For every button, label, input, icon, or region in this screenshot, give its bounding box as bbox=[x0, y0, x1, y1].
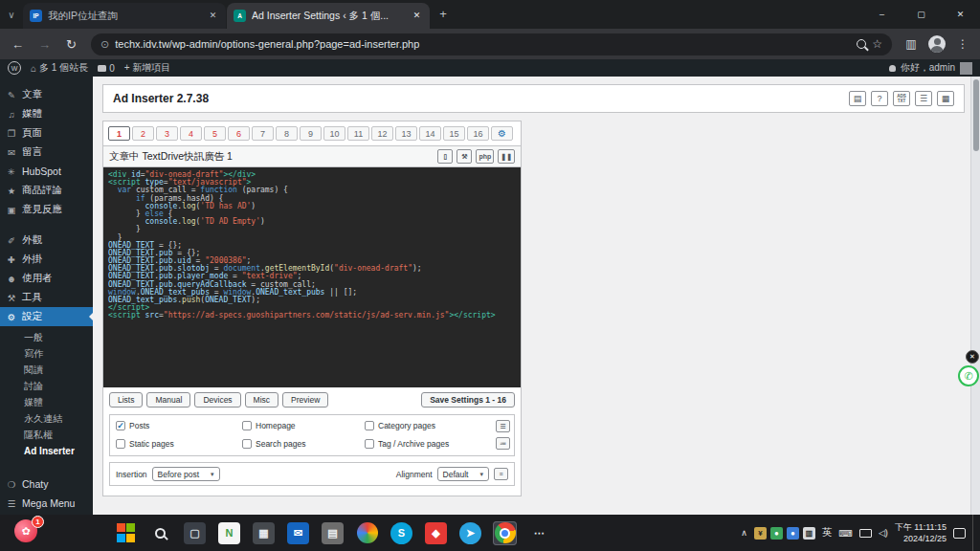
block-settings-tab[interactable]: ⚙ bbox=[491, 126, 513, 141]
sidebar-item-feedback[interactable]: ▣意見反應 bbox=[0, 200, 93, 219]
admin-avatar[interactable] bbox=[960, 62, 972, 75]
back-button[interactable]: ← bbox=[6, 33, 30, 56]
profile-avatar[interactable] bbox=[928, 35, 946, 53]
code-editor[interactable]: <div id="div-onead-draft"></div><script … bbox=[103, 167, 521, 387]
block-tab-11[interactable]: 11 bbox=[347, 126, 369, 141]
guide-button[interactable]: ▤ bbox=[849, 91, 866, 106]
minimize-button[interactable]: – bbox=[862, 0, 902, 29]
howdy-text[interactable]: 你好，admin bbox=[901, 61, 955, 75]
url-text[interactable]: techx.idv.tw/wp-admin/options-general.ph… bbox=[115, 38, 851, 50]
browser-tab[interactable]: AAd Inserter Settings ‹ 多 1 個...✕ bbox=[227, 3, 430, 29]
block-tab-10[interactable]: 10 bbox=[323, 126, 345, 141]
list-view-button[interactable]: ☰ bbox=[915, 91, 932, 106]
block-tab-1[interactable]: 1 bbox=[108, 126, 130, 141]
show-desktop-button[interactable] bbox=[972, 515, 976, 551]
list-options-button[interactable]: ☰ bbox=[496, 420, 510, 432]
touch-keyboard-icon[interactable]: ⌨ bbox=[838, 528, 852, 539]
sidebar-item-mega-menu[interactable]: ☰Mega Menu bbox=[0, 494, 93, 513]
sidebar-item-plugins[interactable]: ✚外掛 bbox=[0, 250, 93, 269]
comments-menu[interactable]: 0 bbox=[98, 63, 115, 74]
tray-blue-app-icon[interactable]: ● bbox=[787, 527, 799, 540]
submenu-item[interactable]: 閱讀 bbox=[0, 362, 93, 378]
telegram-app-icon[interactable]: ➤ bbox=[458, 521, 482, 545]
block-tab-9[interactable]: 9 bbox=[300, 126, 322, 141]
action-center-icon[interactable] bbox=[953, 528, 966, 539]
speaker-icon[interactable]: ◁) bbox=[879, 528, 888, 538]
block-tab-14[interactable]: 14 bbox=[419, 126, 441, 141]
photos-app-ic[interactable] bbox=[355, 521, 379, 545]
page-type-option[interactable]: Search pages bbox=[242, 439, 365, 449]
side-panel-icon[interactable]: ▥ bbox=[900, 37, 923, 51]
sidebar-item-hubspot[interactable]: ✳HubSpot bbox=[0, 162, 93, 181]
tray-gray-app-icon[interactable]: ▥ bbox=[803, 527, 815, 540]
checkbox[interactable] bbox=[242, 439, 252, 449]
sidebar-item-comments[interactable]: ✉留言 bbox=[0, 143, 93, 162]
sidebar-item-users[interactable]: ☻使用者 bbox=[0, 269, 93, 288]
bookmark-star-icon[interactable]: ☆ bbox=[872, 37, 882, 51]
tab-close-icon[interactable]: ✕ bbox=[207, 10, 219, 22]
calculator-app-icon[interactable]: ▦ bbox=[252, 521, 276, 545]
notification-bell-icon[interactable] bbox=[889, 65, 896, 72]
checkbox[interactable] bbox=[242, 421, 252, 430]
sidebar-item-tools[interactable]: ⚒工具 bbox=[0, 288, 93, 307]
notepad-app-icon[interactable]: N bbox=[217, 521, 241, 545]
submenu-item[interactable]: 寫作 bbox=[0, 345, 93, 362]
file-explorer-app-icon[interactable]: ▢ bbox=[183, 521, 207, 545]
shopping-app-icon[interactable]: ◆ bbox=[424, 521, 448, 545]
page-type-option[interactable]: Category pages bbox=[365, 421, 489, 430]
tab-close-icon[interactable]: ✕ bbox=[411, 10, 423, 22]
wrench-button[interactable]: ⚒ bbox=[457, 149, 472, 164]
submenu-item[interactable]: 永久連結 bbox=[0, 410, 93, 427]
menu-kebab-icon[interactable]: ⋮ bbox=[951, 37, 974, 51]
sidebar-item-chaty[interactable]: ❍Chaty bbox=[0, 474, 93, 494]
page-scrollbar[interactable] bbox=[970, 77, 980, 515]
preview-button[interactable]: Preview bbox=[282, 392, 328, 408]
block-tab-6[interactable]: 6 bbox=[228, 126, 250, 141]
block-tab-2[interactable]: 2 bbox=[132, 126, 154, 141]
sidebar-item-appearance[interactable]: ✐外觀 bbox=[0, 231, 93, 250]
submenu-item[interactable]: 討論 bbox=[0, 378, 93, 394]
block-tab-15[interactable]: 15 bbox=[443, 126, 465, 141]
sidebar-item-pages[interactable]: ❐頁面 bbox=[0, 123, 93, 143]
site-settings-icon[interactable]: ⊙ bbox=[100, 38, 109, 51]
new-content-menu[interactable]: + 新增項目 bbox=[124, 61, 171, 75]
php-button[interactable]: php bbox=[476, 149, 494, 164]
wp-logo-menu[interactable]: W bbox=[8, 61, 21, 75]
block-tab-13[interactable]: 13 bbox=[395, 126, 417, 141]
chrome-browser-icon[interactable] bbox=[493, 521, 517, 545]
block-tab-4[interactable]: 4 bbox=[180, 126, 202, 141]
reload-button[interactable]: ↻ bbox=[59, 33, 83, 56]
zoom-icon[interactable] bbox=[857, 39, 866, 49]
sidebar-item-reviews[interactable]: ★商品評論 bbox=[0, 181, 93, 200]
save-settings-button[interactable]: Save Settings 1 - 16 bbox=[421, 392, 515, 408]
monitor-icon[interactable] bbox=[859, 529, 872, 538]
scrollbar-thumb[interactable] bbox=[973, 79, 979, 151]
submenu-item[interactable]: Ad Inserter bbox=[0, 443, 93, 459]
help-button[interactable]: ? bbox=[871, 91, 888, 106]
submenu-item[interactable]: 隱私權 bbox=[0, 427, 93, 443]
grid-view-button[interactable]: ▦ bbox=[937, 91, 954, 106]
block-name[interactable]: 文章中 TextDrive快訊廣告 1 bbox=[109, 150, 434, 164]
tray-currency-app-icon[interactable]: ¥ bbox=[754, 527, 767, 540]
misc-button[interactable]: Misc bbox=[245, 392, 278, 408]
nas-app-icon[interactable]: ▤ bbox=[321, 521, 345, 545]
page-type-option[interactable]: Tag / Archive pages bbox=[365, 439, 489, 449]
search-button[interactable] bbox=[148, 521, 172, 545]
tab-search-icon[interactable]: ∨ bbox=[0, 10, 23, 20]
block-tab-5[interactable]: 5 bbox=[204, 126, 226, 141]
block-tab-7[interactable]: 7 bbox=[252, 126, 274, 141]
ime-language-indicator[interactable]: 英 bbox=[822, 526, 833, 540]
chaty-phone-icon[interactable]: ✆ bbox=[958, 365, 979, 386]
forward-button[interactable]: → bbox=[33, 33, 56, 56]
checkbox-checked[interactable]: ✓ bbox=[116, 421, 125, 430]
submenu-item[interactable]: 媒體 bbox=[0, 394, 93, 410]
show-code-button[interactable]: ▯ bbox=[437, 149, 453, 164]
block-tab-12[interactable]: 12 bbox=[371, 126, 393, 141]
close-button[interactable]: ✕ bbox=[941, 0, 980, 29]
list-settings-button[interactable]: ≔ bbox=[496, 437, 510, 450]
pinned-app-with-badge-icon[interactable]: ✿ 1 bbox=[14, 519, 41, 546]
devices-button[interactable]: Devices bbox=[194, 392, 240, 408]
checkbox[interactable] bbox=[116, 439, 125, 449]
ads-txt-button[interactable]: ADS TXT bbox=[893, 91, 910, 106]
lists-button[interactable]: Lists bbox=[109, 392, 143, 408]
